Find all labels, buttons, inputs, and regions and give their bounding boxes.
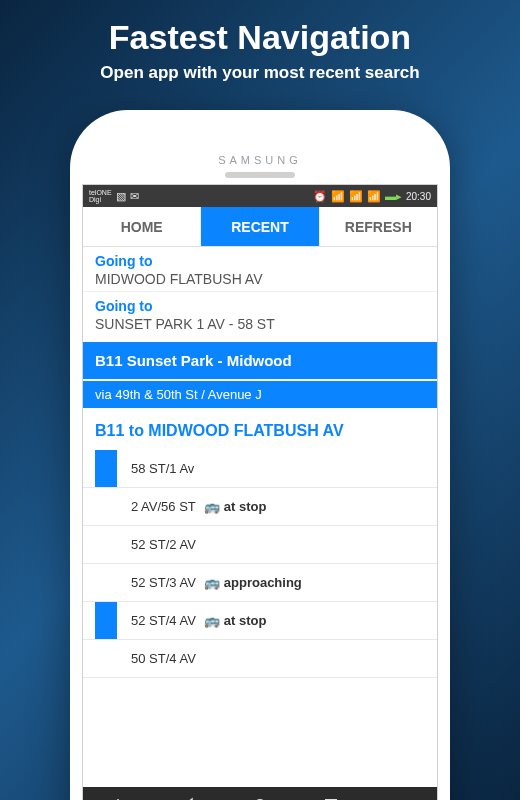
signal-icon: 📶 xyxy=(349,190,363,203)
mail-icon: ✉ xyxy=(130,190,139,203)
tab-bar: HOME RECENT REFRESH xyxy=(83,207,437,247)
stop-row[interactable]: 52 ST/2 AV xyxy=(83,526,437,564)
route-bar-icon xyxy=(95,602,117,639)
stop-row[interactable]: 2 AV/56 ST 🚌 at stop xyxy=(83,488,437,526)
clock: 20:30 xyxy=(406,191,431,202)
phone-screen: telONE Digi ▧ ✉ ⏰ 📶 📶 📶 ▬▸ 20:30 HOME RE… xyxy=(82,184,438,800)
tab-home[interactable]: HOME xyxy=(83,207,201,246)
route-bar-icon xyxy=(95,450,117,487)
route-header[interactable]: B11 Sunset Park - Midwood xyxy=(83,342,437,379)
stop-status: at stop xyxy=(224,499,267,514)
phone-speaker xyxy=(225,172,295,178)
stop-name: 52 ST/2 AV xyxy=(131,537,196,552)
android-navbar xyxy=(83,787,437,800)
stop-status: approaching xyxy=(224,575,302,590)
tab-recent[interactable]: RECENT xyxy=(201,207,319,246)
stop-name: 52 ST/3 AV xyxy=(131,575,196,590)
wifi-icon: 📶 xyxy=(331,190,345,203)
destination-item[interactable]: Going to MIDWOOD FLATBUSH AV xyxy=(83,247,437,291)
status-bar: telONE Digi ▧ ✉ ⏰ 📶 📶 📶 ▬▸ 20:30 xyxy=(83,185,437,207)
stop-row[interactable]: 50 ST/4 AV xyxy=(83,640,437,678)
nav-recent-button[interactable] xyxy=(295,796,366,800)
route-bar-icon xyxy=(95,488,117,525)
nav-back-button[interactable] xyxy=(154,796,225,800)
stop-name: 50 ST/4 AV xyxy=(131,651,196,666)
stop-row[interactable]: 58 ST/1 Av xyxy=(83,450,437,488)
stop-row[interactable]: 52 ST/4 AV 🚌 at stop xyxy=(83,602,437,640)
route-via: via 49th & 50th St / Avenue J xyxy=(83,379,437,408)
signal2-icon: 📶 xyxy=(367,190,381,203)
carrier-line1: telONE xyxy=(89,189,112,196)
stop-name: 58 ST/1 Av xyxy=(131,461,194,476)
phone-frame: SAMSUNG telONE Digi ▧ ✉ ⏰ 📶 📶 📶 ▬▸ 20:30 xyxy=(70,110,450,800)
nav-collapse-button[interactable] xyxy=(83,796,154,800)
alarm-icon: ⏰ xyxy=(313,190,327,203)
bus-icon: 🚌 xyxy=(204,613,220,628)
going-to-label: Going to xyxy=(95,253,425,269)
bus-icon: 🚌 xyxy=(204,575,220,590)
bus-icon: 🚌 xyxy=(204,499,220,514)
promo-title: Fastest Navigation xyxy=(0,0,520,57)
stop-status: at stop xyxy=(224,613,267,628)
nav-menu-button[interactable] xyxy=(366,796,437,800)
phone-brand: SAMSUNG xyxy=(82,122,438,170)
nav-home-button[interactable] xyxy=(225,796,296,800)
carrier-line2: Digi xyxy=(89,196,112,203)
battery-icon: ▬▸ xyxy=(385,190,402,203)
recent-content: Going to MIDWOOD FLATBUSH AV Going to SU… xyxy=(83,247,437,787)
stop-name: 2 AV/56 ST xyxy=(131,499,196,514)
route-direction[interactable]: B11 to MIDWOOD FLATBUSH AV xyxy=(83,408,437,450)
tab-refresh[interactable]: REFRESH xyxy=(320,207,437,246)
stop-row[interactable]: 52 ST/3 AV 🚌 approaching xyxy=(83,564,437,602)
destination-item[interactable]: Going to SUNSET PARK 1 AV - 58 ST xyxy=(83,291,437,336)
destination-name: MIDWOOD FLATBUSH AV xyxy=(95,269,425,287)
promo-subtitle: Open app with your most recent search xyxy=(0,57,520,83)
destination-name: SUNSET PARK 1 AV - 58 ST xyxy=(95,314,425,332)
route-bar-icon xyxy=(95,526,117,563)
stop-name: 52 ST/4 AV xyxy=(131,613,196,628)
route-bar-icon xyxy=(95,640,117,677)
going-to-label: Going to xyxy=(95,298,425,314)
notif-icon: ▧ xyxy=(116,190,126,203)
route-bar-icon xyxy=(95,564,117,601)
